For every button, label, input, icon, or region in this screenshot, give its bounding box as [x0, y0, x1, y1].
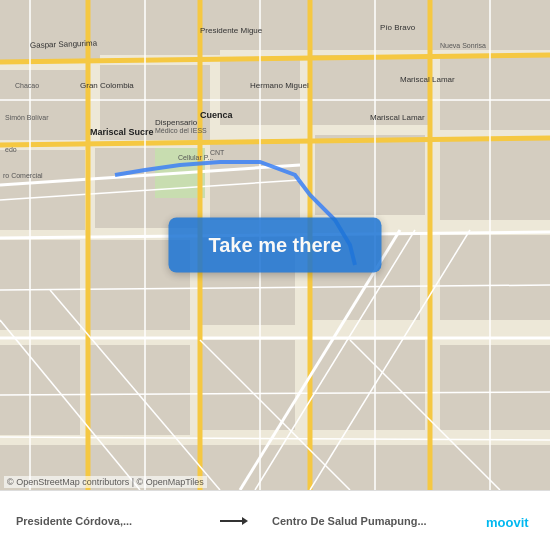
svg-rect-3	[220, 0, 320, 50]
svg-text:moovit: moovit	[486, 515, 529, 530]
to-label: Centro De Salud Pumapung...	[272, 515, 472, 527]
arrow-container	[208, 513, 260, 529]
svg-text:Hermano Miguel: Hermano Miguel	[250, 81, 309, 90]
to-location: Centro De Salud Pumapung...	[272, 515, 472, 527]
svg-rect-11	[0, 150, 85, 230]
svg-text:Mariscal Sucre: Mariscal Sucre	[90, 127, 154, 137]
svg-marker-73	[242, 517, 248, 525]
svg-rect-20	[440, 235, 550, 320]
svg-rect-16	[0, 240, 80, 330]
svg-rect-25	[440, 345, 550, 430]
map-container: Gaspar Sangurima Presidente Migue Pío Br…	[0, 0, 550, 490]
svg-text:Mariscal Lamar: Mariscal Lamar	[400, 75, 455, 84]
from-location: Presidente Córdova,...	[16, 515, 196, 527]
arrow-icon	[220, 513, 248, 529]
moovit-logo: moovit	[484, 507, 534, 535]
svg-text:Médico del IESS: Médico del IESS	[155, 127, 207, 134]
svg-text:Cellular P...: Cellular P...	[178, 154, 213, 161]
app: Gaspar Sangurima Presidente Migue Pío Br…	[0, 0, 550, 550]
svg-text:Chacao: Chacao	[15, 82, 39, 89]
svg-text:Gran Colombia: Gran Colombia	[80, 81, 134, 90]
svg-rect-6	[0, 70, 90, 140]
svg-text:edo: edo	[5, 146, 17, 153]
svg-rect-15	[440, 140, 550, 220]
svg-text:Dispensario: Dispensario	[155, 118, 198, 127]
svg-text:Nueva Sonrisa: Nueva Sonrisa	[440, 42, 486, 49]
svg-text:Cuenca: Cuenca	[200, 110, 234, 120]
map-attribution: © OpenStreetMap contributors | © OpenMap…	[4, 476, 207, 488]
svg-rect-24	[310, 340, 425, 430]
svg-rect-14	[315, 135, 425, 215]
svg-text:Simón Bolívar: Simón Bolívar	[5, 114, 49, 121]
svg-text:Mariscal Lamar: Mariscal Lamar	[370, 113, 425, 122]
svg-text:Presidente Migue: Presidente Migue	[200, 26, 263, 35]
svg-rect-1	[0, 0, 100, 60]
svg-text:ro Comercial: ro Comercial	[3, 172, 43, 179]
svg-text:Pío Bravo: Pío Bravo	[380, 23, 416, 32]
from-label: Presidente Córdova,...	[16, 515, 196, 527]
svg-rect-21	[0, 345, 80, 435]
svg-rect-10	[440, 55, 550, 130]
take-me-there-button[interactable]: Take me there	[168, 218, 381, 273]
svg-rect-22	[90, 345, 190, 435]
moovit-brand-icon: moovit	[486, 507, 534, 535]
bottom-bar: Presidente Córdova,... Centro De Salud P…	[0, 490, 550, 550]
